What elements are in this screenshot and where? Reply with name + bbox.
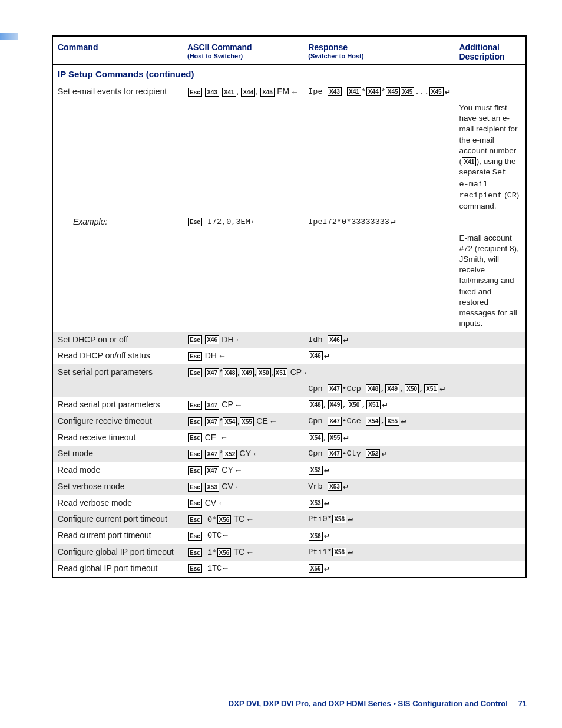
col-ascii: ASCII Command (Host to Switcher) bbox=[183, 37, 303, 65]
esc-key: Esc bbox=[188, 368, 202, 377]
tail-text: CV bbox=[203, 498, 216, 508]
resp-cell: Cpn X47Ccp X48,X49,X50,X51 bbox=[303, 381, 454, 397]
resp-pre: Cpn bbox=[308, 450, 327, 459]
page-footer: DXP DVI, DXP DVI Pro, and DXP HDMI Serie… bbox=[229, 699, 527, 708]
sep-star: * bbox=[219, 449, 222, 458]
return-icon bbox=[382, 448, 386, 459]
table-row: Read verbose mode Esc CV X53 bbox=[53, 495, 525, 512]
table-row: Read mode Esc X47 CY X52 bbox=[53, 462, 525, 479]
sep-star: * bbox=[381, 87, 385, 96]
desc-cell bbox=[454, 348, 525, 364]
pre2-text: 0* bbox=[203, 515, 217, 524]
resp-cell bbox=[303, 230, 454, 332]
sep-comma: , bbox=[256, 87, 258, 96]
desc-cell bbox=[454, 561, 525, 577]
table-row: E-mail account #72 (recipient 8), JSmith… bbox=[53, 230, 525, 332]
tail-text: EM bbox=[275, 87, 289, 96]
esc-key: Esc bbox=[188, 515, 202, 524]
x54-box: X54 bbox=[366, 417, 380, 426]
esc-key: Esc bbox=[188, 417, 202, 426]
cmd-cell: Set DHCP on or off bbox=[53, 332, 183, 348]
enter-arrow-icon bbox=[218, 351, 226, 362]
ascii-cell: Esc X47*X54,X55 CE bbox=[183, 413, 303, 430]
enter-arrow-icon bbox=[220, 432, 228, 443]
x55-box: X55 bbox=[385, 417, 399, 426]
esc-key: Esc bbox=[188, 483, 202, 492]
table-row: Example: Esc I72,0,3EM IpeI72*0*33333333 bbox=[53, 214, 525, 230]
desc-cell bbox=[454, 544, 525, 561]
ascii-cell: Esc X47*X52 CY bbox=[183, 446, 303, 462]
resp-cell: Vrb X53 bbox=[303, 479, 454, 495]
return-icon bbox=[401, 416, 406, 427]
x45-box: X45 bbox=[429, 87, 444, 96]
x46-box: X46 bbox=[309, 351, 323, 360]
dots: ... bbox=[415, 87, 429, 96]
cmd-cell: Configure current port timeout bbox=[53, 511, 183, 528]
sep-comma: , bbox=[381, 417, 385, 426]
x48-box: X48 bbox=[366, 384, 380, 393]
resp-cell: Cpn X47Cce X54,X55 bbox=[303, 413, 454, 430]
sep-star: * bbox=[219, 367, 222, 377]
x45-box: X45 bbox=[401, 87, 415, 96]
section-row: IP Setup Commands (continued) bbox=[53, 65, 525, 84]
esc-key: Esc bbox=[188, 466, 202, 475]
cmd-cell: Set verbose mode bbox=[53, 479, 183, 495]
x41-box: X41 bbox=[462, 157, 476, 166]
desc-cell: You must first have set an e-mail recipi… bbox=[454, 100, 525, 214]
enter-arrow-icon bbox=[269, 416, 277, 427]
sep-comma: , bbox=[342, 400, 347, 409]
sep-star: * bbox=[361, 87, 366, 96]
resp-pre: Cpn bbox=[308, 384, 327, 393]
table-row: Read global IP port timeout Esc 1TC X56 bbox=[53, 561, 525, 577]
ascii-text: I72,0,3EM bbox=[207, 218, 250, 226]
ascii-cell bbox=[183, 230, 303, 332]
x50-box: X50 bbox=[405, 384, 419, 393]
table-row: Set serial port parameters Esc X47*X48,X… bbox=[53, 364, 525, 381]
x47-box: X47 bbox=[205, 368, 219, 377]
x44-box: X44 bbox=[241, 88, 255, 97]
resp-cell: Pti1*X56 bbox=[303, 544, 454, 561]
desc-cell bbox=[454, 479, 525, 495]
sep-comma: , bbox=[254, 367, 256, 377]
ascii-cell: Esc 1*X56 TC bbox=[183, 544, 303, 561]
ascii-cell: Esc X47*X48,X49,X50,X51 CP bbox=[183, 364, 525, 381]
cmd-cell: Set mode bbox=[53, 446, 183, 462]
cmd-cell: Read DHCP on/off status bbox=[53, 348, 183, 364]
x56-box: X56 bbox=[309, 532, 323, 541]
x55-box: X55 bbox=[328, 433, 342, 442]
table-row: Read serial port parameters Esc X47 CP X… bbox=[53, 397, 525, 413]
x41-box: X41 bbox=[347, 87, 361, 96]
x41-box: X41 bbox=[222, 88, 236, 97]
desc-code: CR bbox=[507, 191, 517, 200]
tail-text: CY bbox=[219, 465, 233, 475]
x53-box: X53 bbox=[328, 482, 342, 491]
desc-cell bbox=[454, 397, 525, 413]
x49-box: X49 bbox=[385, 384, 399, 393]
return-icon bbox=[382, 399, 387, 410]
enter-arrow-icon bbox=[235, 334, 243, 345]
x49-box: X49 bbox=[328, 400, 342, 409]
col-ascii-sub: (Host to Switcher) bbox=[187, 52, 299, 63]
col-command-label: Command bbox=[58, 42, 98, 52]
bullet-icon bbox=[342, 416, 346, 427]
desc-cell bbox=[454, 430, 525, 446]
footer-title: DXP DVI, DXP DVI Pro, and DXP HDMI Serie… bbox=[229, 699, 508, 708]
x51-box: X51 bbox=[366, 400, 381, 409]
resp-cell: X53 bbox=[303, 495, 454, 512]
tail-text: CP bbox=[288, 367, 302, 377]
cmd-cell: Configure global IP port timeout bbox=[53, 544, 183, 561]
tail-text: CP bbox=[219, 400, 233, 409]
x52-box: X52 bbox=[366, 449, 380, 458]
x54-box: X54 bbox=[223, 417, 237, 426]
table-row: Set mode Esc X47*X52 CY Cpn X47Cty X52 bbox=[53, 446, 525, 462]
x56-box: X56 bbox=[217, 548, 232, 557]
sep-comma: , bbox=[381, 384, 385, 393]
resp-pre: Idh bbox=[308, 335, 327, 344]
col-command: Command bbox=[53, 37, 183, 65]
x46-box: X46 bbox=[205, 335, 219, 344]
esc-key: Esc bbox=[188, 433, 202, 442]
enter-arrow-icon bbox=[234, 465, 243, 476]
x55-box: X55 bbox=[240, 417, 254, 426]
sep-comma: , bbox=[400, 384, 405, 393]
desc-cell bbox=[454, 332, 525, 348]
